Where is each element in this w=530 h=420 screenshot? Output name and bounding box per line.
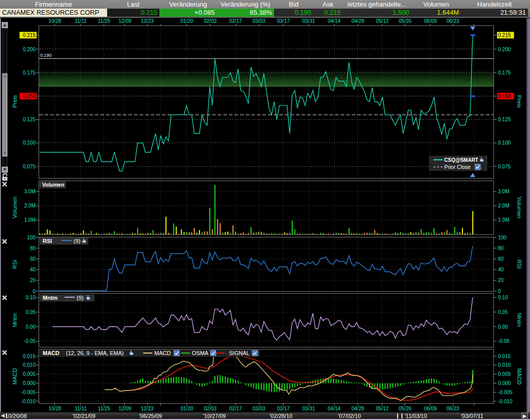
svg-text:0.010: 0.010 <box>498 362 511 368</box>
svg-text:20: 20 <box>498 277 504 283</box>
svg-text:11/11: 11/11 <box>75 18 87 24</box>
svg-text:0.125: 0.125 <box>498 117 511 122</box>
svg-text:0.125: 0.125 <box>23 117 36 122</box>
svg-text:Volumen: Volumen <box>516 197 522 219</box>
svg-text:-0.010: -0.010 <box>498 399 513 404</box>
svg-text:11/11: 11/11 <box>75 406 87 411</box>
svg-text:RSI: RSI <box>516 260 522 269</box>
svg-text:0.200: 0.200 <box>23 47 36 52</box>
svg-text:MACD: MACD <box>516 368 522 384</box>
svg-text:0.075: 0.075 <box>498 164 511 169</box>
svg-text:0.005: 0.005 <box>23 371 36 377</box>
svg-text:02/17: 02/17 <box>229 18 242 24</box>
svg-text:Prior Close: Prior Close <box>444 164 471 170</box>
svg-text:Preis: Preis <box>12 95 18 108</box>
svg-text:03/17: 03/17 <box>277 406 289 411</box>
svg-text:0: 0 <box>498 289 501 294</box>
svg-text:0.005: 0.005 <box>498 371 511 377</box>
svg-text:60: 60 <box>30 256 36 262</box>
svg-text:3.0M: 3.0M <box>498 189 509 194</box>
svg-text:20: 20 <box>30 277 36 283</box>
svg-text:CSQ@SMART: CSQ@SMART <box>444 157 478 163</box>
svg-text:1.0M: 1.0M <box>498 217 509 223</box>
svg-text:03/17: 03/17 <box>277 18 289 24</box>
svg-text:3.0M: 3.0M <box>24 189 36 194</box>
svg-text:11/25: 11/25 <box>98 18 111 24</box>
svg-text:0.150: 0.150 <box>498 93 511 99</box>
svg-text:0.215: 0.215 <box>498 32 511 38</box>
svg-text:11/25: 11/25 <box>98 406 111 411</box>
svg-text:05/26: 05/26 <box>399 406 411 411</box>
svg-text:-0.005: -0.005 <box>498 390 513 395</box>
svg-text:-0.010: -0.010 <box>21 399 36 404</box>
svg-text:1.0M: 1.0M <box>24 217 36 223</box>
svg-text:10/28: 10/28 <box>48 406 61 411</box>
svg-text:03/31: 03/31 <box>302 18 315 24</box>
svg-text:80: 80 <box>30 246 36 251</box>
svg-text:04/14: 04/14 <box>327 18 340 24</box>
svg-text:06/23: 06/23 <box>446 406 459 411</box>
svg-text:05/12: 05/12 <box>376 18 388 24</box>
svg-text:04/28: 04/28 <box>351 406 364 411</box>
svg-text:01/20: 01/20 <box>180 406 193 411</box>
svg-text:(9): (9) <box>74 238 80 244</box>
svg-text:-0.05: -0.05 <box>24 338 36 344</box>
svg-text:0.200: 0.200 <box>498 47 511 52</box>
svg-text:03/03: 03/03 <box>252 406 265 411</box>
svg-text:MACD: MACD <box>154 350 171 356</box>
svg-text:Volumen: Volumen <box>12 197 18 219</box>
svg-text:0.015: 0.015 <box>23 354 36 359</box>
svg-text:-0.005: -0.005 <box>21 390 36 395</box>
svg-text:0.150: 0.150 <box>23 93 36 99</box>
svg-text:Volumen: Volumen <box>42 182 64 188</box>
svg-text:01/20: 01/20 <box>180 18 193 24</box>
svg-text:0.015: 0.015 <box>498 354 511 359</box>
svg-text:0.075: 0.075 <box>23 164 36 169</box>
svg-text:0.05: 0.05 <box>26 309 36 315</box>
svg-text:05/26: 05/26 <box>399 18 411 24</box>
svg-text:0: 0 <box>32 289 36 294</box>
svg-text:(9): (9) <box>77 295 83 301</box>
svg-text:MACD: MACD <box>12 368 18 384</box>
svg-text:0.000: 0.000 <box>23 380 36 386</box>
svg-text:100: 100 <box>27 235 36 240</box>
svg-text:40: 40 <box>30 267 36 272</box>
svg-text:12/23: 12/23 <box>141 18 153 24</box>
svg-text:03/03: 03/03 <box>252 18 265 24</box>
svg-text:RSI: RSI <box>43 238 52 244</box>
svg-text:05/12: 05/12 <box>376 406 388 411</box>
svg-text:0.00: 0.00 <box>498 324 508 330</box>
svg-text:0.010: 0.010 <box>23 362 36 368</box>
svg-text:0.10: 0.10 <box>498 295 508 300</box>
svg-text:0.10: 0.10 <box>26 295 36 300</box>
svg-text:MACD: MACD <box>43 350 59 356</box>
svg-text:06/09: 06/09 <box>424 406 437 411</box>
svg-text:80: 80 <box>498 246 504 251</box>
svg-text:02/17: 02/17 <box>229 406 242 411</box>
svg-text:-0.05: -0.05 <box>498 338 510 344</box>
svg-text:RSI: RSI <box>12 260 18 269</box>
svg-text:04/28: 04/28 <box>351 18 364 24</box>
svg-text:02/03: 02/03 <box>204 406 216 411</box>
svg-text:12/09: 12/09 <box>118 406 131 411</box>
svg-text:OSMA: OSMA <box>192 350 209 356</box>
svg-text:0.215: 0.215 <box>23 32 36 38</box>
svg-text:2.0M: 2.0M <box>24 203 36 208</box>
svg-text:03/31: 03/31 <box>302 406 315 411</box>
svg-text:60: 60 <box>498 256 504 262</box>
svg-text:06/09: 06/09 <box>424 18 437 24</box>
svg-text:04/14: 04/14 <box>327 406 340 411</box>
svg-text:0.100: 0.100 <box>23 140 36 146</box>
svg-text:0.05: 0.05 <box>498 309 508 315</box>
svg-text:0.00: 0.00 <box>26 324 36 330</box>
svg-text:0.175: 0.175 <box>23 70 36 76</box>
svg-text:100: 100 <box>498 235 507 240</box>
svg-text:02/03: 02/03 <box>204 18 216 24</box>
svg-text:0.175: 0.175 <box>498 70 511 76</box>
svg-text:SIGNAL: SIGNAL <box>229 350 249 356</box>
svg-text:0.000: 0.000 <box>498 380 511 386</box>
svg-text:(12, 26, 9 - EMA, EMA): (12, 26, 9 - EMA, EMA) <box>66 350 124 356</box>
svg-text:12/09: 12/09 <box>118 18 131 24</box>
svg-text:10/28: 10/28 <box>48 18 61 24</box>
svg-text:06/23: 06/23 <box>446 18 459 24</box>
